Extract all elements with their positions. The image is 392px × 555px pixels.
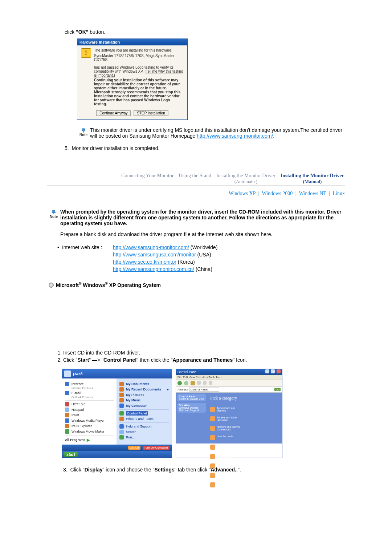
forward-icon[interactable] (184, 381, 188, 385)
help-icon (119, 424, 124, 429)
tab-using-stand[interactable]: Using the Stand (178, 173, 212, 185)
url-worldwide[interactable]: http://www.samsung-monitor.com/ (113, 244, 189, 250)
stop-installation-button[interactable]: STOP Installation (134, 110, 168, 116)
tab-install-driver-auto[interactable]: Installing the Monitor Driver(Automatic) (216, 173, 276, 185)
folder-icon (119, 398, 124, 402)
menu-bar[interactable]: File Edit View Favorites Tools Help (176, 375, 282, 380)
turnoff-button[interactable]: Turn Off Computer (143, 446, 170, 450)
instruction-1: Insert CD into the CD-ROM driver. (63, 350, 345, 356)
cat-add-remove[interactable]: Add or Remove Programs (217, 445, 243, 450)
maximize-icon[interactable] (271, 369, 275, 373)
start-button[interactable]: start (64, 452, 78, 457)
ie-icon (65, 382, 69, 386)
wmm-icon (65, 429, 69, 434)
control-panel-screenshot: Control Panel File Edit View Favorites T… (176, 369, 282, 458)
continue-anyway-button[interactable]: Continue Anyway (96, 110, 131, 116)
section-tabs: Connecting Your Monitor Using the Stand … (47, 173, 345, 186)
go-button[interactable]: Go (274, 388, 281, 391)
msn-icon (65, 424, 69, 428)
views-icon[interactable] (209, 381, 212, 385)
logoff-button[interactable]: Log Off (128, 446, 140, 450)
window-title: Control Panel (177, 370, 197, 374)
search-button-icon[interactable] (197, 381, 201, 385)
start-menu-user: park (73, 371, 83, 376)
note-icon: Note (47, 209, 60, 237)
category-icon (210, 445, 215, 450)
app-icon (65, 402, 69, 406)
notepad-icon (65, 408, 69, 412)
instructions-list: Insert CD into the CD-ROM driver. Click … (63, 350, 345, 363)
link-linux[interactable]: Linux (333, 191, 345, 196)
arrow-icon: ▶ (87, 438, 90, 442)
sidepanel-see-also: See Also Windows Update Help and Support (177, 403, 206, 413)
url-china[interactable]: http://www.samsungmonitor.com.cn/ (113, 266, 194, 272)
link-windows-xp[interactable]: Windows XP (229, 191, 256, 196)
user-avatar-icon (64, 370, 71, 377)
wmp-icon (65, 418, 69, 423)
instruction-2: Click "Start" —> "Control Panel" then cl… (63, 357, 345, 363)
category-icon (210, 435, 215, 440)
run-icon (119, 435, 124, 439)
cat-printers[interactable]: Printers and Other Hardware (217, 416, 243, 421)
cd-icon (49, 283, 54, 288)
start-menu-screenshot: park Internet Internet Explorer E-mail O… (62, 369, 172, 458)
dialog-body-text: The software you are installing for this… (94, 48, 184, 110)
search-icon (119, 430, 124, 434)
address-bar[interactable]: Address Control Panel Go (176, 387, 282, 393)
folder-icon (119, 393, 124, 397)
category-icon (210, 482, 215, 487)
warning-icon: ! (81, 48, 91, 58)
back-icon[interactable] (177, 381, 182, 385)
cat-accessibility[interactable]: Accessibility Options (217, 473, 240, 475)
category-icon (210, 407, 215, 412)
url-korea[interactable]: http://www.sec.co.kr/monitor (113, 259, 176, 265)
cat-performance[interactable]: Performance and Maintenance (217, 482, 243, 487)
step-5: 5. Monitor driver installation is comple… (65, 145, 345, 151)
sidepanel-control-panel: Control Panel Switch to Classic View (177, 394, 206, 401)
cat-appearance[interactable]: Appearance and Themes (217, 407, 243, 412)
section-header-windows-xp: Microsoft® Windows® XP Operating System (49, 281, 345, 288)
os-links: Windows XP | Windows 2000 | Windows NT |… (47, 191, 345, 197)
note-text: This monitor driver is under certifying … (90, 127, 345, 139)
link-windows-2000[interactable]: Windows 2000 (262, 191, 293, 196)
instruction-3: 3. Click "Display" icon and choose the "… (63, 467, 345, 473)
dialog-title: Hardware Installation (77, 39, 187, 45)
samsung-monitor-link[interactable]: http://www.samsung-monitor.com/ (197, 133, 273, 139)
toolbar (176, 380, 282, 387)
step-text: click "OK" button. (65, 29, 345, 35)
link-windows-nt[interactable]: Windows NT (299, 191, 326, 196)
note-icon: Note (77, 127, 90, 139)
cat-date-time[interactable]: Date, Time, Language, and Regional... (217, 454, 243, 459)
url-usa[interactable]: http://www.samsungusa.com/monitor (113, 252, 196, 258)
folder-icon (119, 387, 124, 392)
cat-network[interactable]: Network and Internet Connections (217, 426, 243, 431)
category-icon (210, 426, 215, 431)
tab-connecting-monitor[interactable]: Connecting Your Monitor (121, 173, 174, 185)
note-manual-install: When prompted by the operating system fo… (60, 209, 345, 237)
tab-install-driver-manual[interactable]: Installing the Monitor Driver(Manual) (280, 173, 345, 185)
hardware-installation-dialog: Hardware Installation ! The software you… (77, 39, 188, 120)
category-icon (210, 416, 215, 421)
internet-web-sites: • Internet web site : http://www.samsung… (57, 244, 345, 274)
category-icon (210, 473, 215, 478)
close-icon[interactable] (277, 369, 281, 373)
control-panel-icon (119, 411, 124, 416)
category-icon (210, 454, 215, 459)
pick-category-heading: Pick a category (210, 396, 281, 401)
paint-icon (65, 413, 69, 417)
email-icon (65, 391, 69, 395)
computer-icon (119, 404, 124, 408)
printers-icon (119, 417, 124, 421)
folder-icon (119, 382, 124, 386)
up-icon[interactable] (191, 381, 195, 385)
folders-button-icon[interactable] (203, 381, 207, 385)
cat-users[interactable]: User Accounts (217, 435, 233, 438)
minimize-icon[interactable] (265, 369, 269, 373)
